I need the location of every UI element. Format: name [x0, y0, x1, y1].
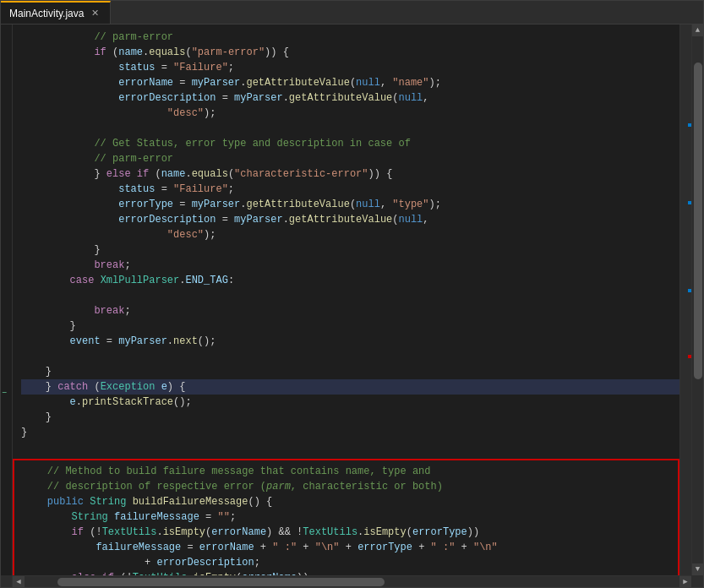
minimap-marker-blue3	[688, 289, 691, 292]
method-highlight-box: // Method to build failure message that …	[13, 459, 679, 575]
code-line: // description of respective error (parm…	[23, 479, 678, 494]
corner-gutter	[1, 575, 13, 587]
code-line: } else if (name.equals("characteristic-e…	[21, 166, 679, 182]
scrollbar-track[interactable]	[692, 36, 703, 564]
editor-area: − // parm-error if (name.equals("parm-er…	[1, 24, 703, 575]
collapse-arrow-method[interactable]: −	[2, 389, 7, 398]
scrollbar-thumb[interactable]	[694, 63, 702, 378]
tab-mainactivity[interactable]: MainActivity.java ✕	[1, 1, 111, 24]
scrollbar-vertical[interactable]: ▲ ▼	[691, 24, 703, 575]
code-line: }	[21, 364, 679, 379]
code-line: if (!TextUtils.isEmpty(errorName) && !Te…	[23, 525, 678, 540]
code-line: }	[21, 242, 679, 258]
tab-label: MainActivity.java	[9, 8, 84, 19]
code-line: break;	[21, 258, 679, 273]
code-line: failureMessage = errorName + " :" + "\n"…	[23, 540, 678, 555]
code-line: }	[21, 318, 679, 334]
code-line: errorName = myParser.getAttributeValue(n…	[21, 75, 679, 90]
code-line	[21, 121, 679, 136]
corner-br	[691, 575, 703, 587]
scroll-down-button[interactable]: ▼	[692, 564, 703, 575]
code-line: status = "Failure";	[21, 60, 679, 75]
code-line: String failureMessage = "";	[23, 509, 678, 525]
code-line: // parm-error	[21, 30, 679, 45]
code-line	[21, 440, 679, 455]
code-line: if (name.equals("parm-error")) {	[21, 45, 679, 60]
scrollbar-h-track[interactable]	[25, 576, 679, 587]
main-content: // parm-error if (name.equals("parm-erro…	[13, 24, 703, 575]
code-line: e.printStackTrace();	[21, 395, 679, 410]
ide-window: MainActivity.java ✕ − // parm-error if (…	[0, 0, 704, 588]
scroll-up-button[interactable]: ▲	[692, 24, 703, 36]
code-line: errorDescription = myParser.getAttribute…	[21, 212, 679, 227]
code-line	[21, 349, 679, 364]
scroll-right-button[interactable]: ▶	[679, 576, 691, 587]
code-line: status = "Failure";	[21, 182, 679, 197]
tab-close-button[interactable]: ✕	[89, 7, 101, 19]
bottom-row: ◀ ▶	[1, 575, 703, 587]
code-editor[interactable]: // parm-error if (name.equals("parm-erro…	[13, 24, 679, 575]
scrollbar-horizontal[interactable]: ◀ ▶	[13, 575, 691, 587]
code-line: "desc");	[21, 227, 679, 242]
code-line: // Get Status, error type and descriptio…	[21, 136, 679, 151]
tab-bar: MainActivity.java ✕	[1, 1, 703, 24]
code-line: // Method to build failure message that …	[23, 464, 678, 479]
code-line: // parm-error	[21, 151, 679, 166]
code-line: case XmlPullParser.END_TAG:	[21, 273, 679, 288]
code-line: + errorDescription;	[23, 555, 678, 570]
code-line: errorType = myParser.getAttributeValue(n…	[21, 197, 679, 212]
code-line: }	[21, 410, 679, 425]
code-line: event = myParser.next();	[21, 334, 679, 349]
code-line: errorDescription = myParser.getAttribute…	[21, 90, 679, 106]
minimap-marker-blue2	[688, 201, 691, 204]
code-line: }	[21, 425, 679, 440]
gutter-left: −	[1, 24, 13, 575]
minimap-marker-blue1	[688, 123, 691, 127]
scrollbar-h-thumb[interactable]	[57, 578, 385, 586]
code-line: "desc");	[21, 106, 679, 121]
catch-line: } catch (Exception e) {	[21, 379, 679, 395]
code-line: break;	[21, 303, 679, 318]
code-line	[21, 288, 679, 303]
minimap-markers	[679, 24, 691, 575]
scroll-left-button[interactable]: ◀	[13, 576, 25, 587]
code-line: public String buildFailureMessage() {	[23, 494, 678, 509]
code-line: else if (!TextUtils.isEmpty(errorName))	[23, 570, 678, 575]
minimap-marker-red	[688, 355, 691, 358]
